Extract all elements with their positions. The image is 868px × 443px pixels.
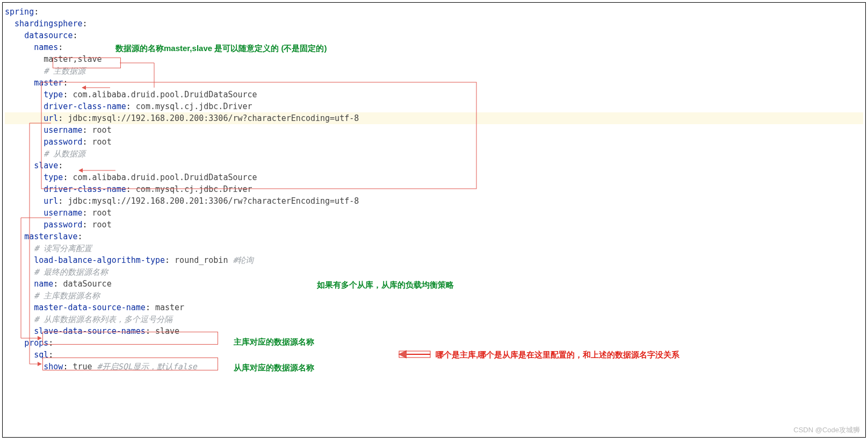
code-line: props: <box>5 337 863 349</box>
yaml-value: root <box>92 125 112 135</box>
yaml-key: sql <box>34 350 48 360</box>
code-line: driver-class-name: com.mysql.cj.jdbc.Dri… <box>5 183 863 195</box>
yaml-key: slave <box>34 161 58 170</box>
code-line: # 读写分离配置 <box>5 242 863 254</box>
comment: # 主数据源 <box>44 66 85 76</box>
watermark: CSDN @Code攻城狮 <box>793 425 860 435</box>
yaml-value: com.mysql.cj.jdbc.Driver <box>136 102 252 111</box>
code-line: datasource: <box>5 30 863 41</box>
yaml-value: root <box>92 220 112 230</box>
code-line: driver-class-name: com.mysql.cj.jdbc.Dri… <box>5 101 863 112</box>
code-line: # 最终的数据源名称 <box>5 266 863 278</box>
yaml-key: type <box>44 173 63 182</box>
code-line: username: root <box>5 124 863 136</box>
code-line: spring: <box>5 6 863 18</box>
code-line: masterslave: <box>5 231 863 242</box>
yaml-key: master-data-source-name <box>34 303 146 312</box>
yaml-value: slave <box>155 326 179 336</box>
code-line: slave-data-source-names: slave <box>5 325 863 337</box>
yaml-key: names <box>34 42 58 52</box>
yaml-key: load-balance-algorithm-type <box>34 255 165 265</box>
yaml-key: masterslave <box>24 232 77 241</box>
code-line: username: root <box>5 207 863 219</box>
code-line: type: com.alibaba.druid.pool.DruidDataSo… <box>5 172 863 183</box>
yaml-key: password <box>44 220 82 230</box>
code-line: slave: <box>5 160 863 172</box>
comment: #开启SQL显示，默认false <box>97 362 197 371</box>
yaml-key: show <box>44 362 63 371</box>
yaml-code-block: spring: shardingsphere: datasource: name… <box>5 6 863 373</box>
yaml-key: name <box>34 279 53 289</box>
code-line: password: root <box>5 219 863 231</box>
code-line: master-data-source-name: master <box>5 302 863 313</box>
annotation-load-balance: 如果有多个从库，从库的负载均衡策略 <box>317 280 454 290</box>
code-line: url: jdbc:mysql://192.168.200.201:3306/r… <box>5 195 863 207</box>
comment: # 从库数据源名称列表，多个逗号分隔 <box>34 315 172 324</box>
yaml-value: jdbc:mysql://192.168.200.200:3306/rw?cha… <box>68 113 359 123</box>
yaml-key: url <box>44 196 58 206</box>
code-line: # 从数据源 <box>5 148 863 160</box>
yaml-key: spring <box>5 7 34 17</box>
yaml-key: driver-class-name <box>44 102 126 111</box>
yaml-key: slave-data-source-names <box>34 326 146 336</box>
code-line: master: <box>5 77 863 89</box>
yaml-value: com.mysql.cj.jdbc.Driver <box>136 184 252 194</box>
yaml-key: master <box>34 78 63 88</box>
yaml-value: root <box>92 137 112 147</box>
annotation-which-is-master: 哪个是主库,哪个是从库是在这里配置的，和上述的数据源名字没关系 <box>436 350 679 360</box>
annotation-master-ds: 主库对应的数据源名称 <box>234 337 314 347</box>
yaml-key: type <box>44 90 63 99</box>
yaml-value: round_robin <box>175 255 233 265</box>
code-line: password: root <box>5 136 863 148</box>
yaml-key: password <box>44 137 82 147</box>
yaml-key: datasource <box>24 31 73 40</box>
yaml-config-frame: spring: shardingsphere: datasource: name… <box>2 2 866 438</box>
code-line: show: true #开启SQL显示，默认false <box>5 361 863 373</box>
code-line: # 主库数据源名称 <box>5 290 863 302</box>
yaml-value: master,slave <box>44 54 102 64</box>
comment: # 最终的数据源名称 <box>34 267 108 277</box>
comment: # 从数据源 <box>44 149 85 159</box>
yaml-key: props <box>24 338 48 348</box>
comment: #轮询 <box>233 255 254 265</box>
yaml-key: driver-class-name <box>44 184 126 194</box>
code-line: master,slave <box>5 53 863 65</box>
code-line: # 从库数据源名称列表，多个逗号分隔 <box>5 313 863 325</box>
code-line: sql: <box>5 349 863 361</box>
yaml-value: root <box>92 208 112 218</box>
yaml-value: master <box>155 303 184 312</box>
annotation-slave-ds: 从库对应的数据源名称 <box>234 363 314 373</box>
yaml-key: username <box>44 125 82 135</box>
yaml-key: url <box>44 113 58 123</box>
yaml-value: com.alibaba.druid.pool.DruidDataSource <box>73 90 257 99</box>
comment: # 主库数据源名称 <box>34 291 100 301</box>
code-line: load-balance-algorithm-type: round_robin… <box>5 254 863 266</box>
yaml-key: username <box>44 208 82 218</box>
yaml-value: com.alibaba.druid.pool.DruidDataSource <box>73 173 257 182</box>
yaml-value: true <box>73 362 97 371</box>
code-line: type: com.alibaba.druid.pool.DruidDataSo… <box>5 89 863 101</box>
annotation-datasource-names: 数据源的名称master,slave 是可以随意定义的 (不是固定的) <box>115 44 327 54</box>
code-line: shardingsphere: <box>5 18 863 30</box>
code-line: url: jdbc:mysql://192.168.200.200:3306/r… <box>5 112 863 124</box>
yaml-value: jdbc:mysql://192.168.200.201:3306/rw?cha… <box>68 196 359 206</box>
yaml-key: shardingsphere <box>15 19 82 28</box>
code-line: # 主数据源 <box>5 65 863 77</box>
yaml-value: dataSource <box>63 279 111 289</box>
comment: # 读写分离配置 <box>34 244 92 253</box>
